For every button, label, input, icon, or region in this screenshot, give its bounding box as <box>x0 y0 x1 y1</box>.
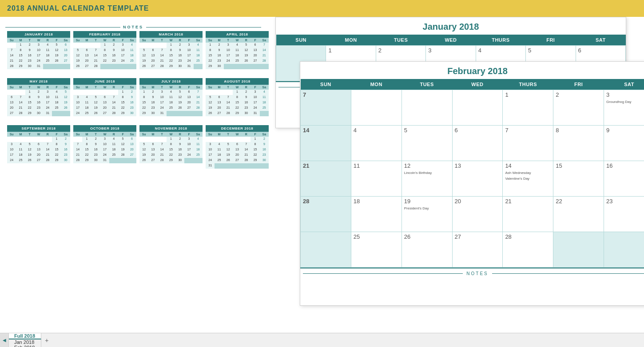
tab-full-2018[interactable]: Full 2018 <box>9 333 41 339</box>
day-cell: 28 <box>194 106 203 111</box>
day-cell: 25 <box>194 59 203 64</box>
day-header-R: R <box>43 85 52 90</box>
day-header-Sa: Sa <box>127 132 136 137</box>
day-header-W: W <box>100 38 109 43</box>
day-cell: 29 <box>52 158 61 163</box>
day-cell: 23 <box>175 59 184 64</box>
day-header-F: F <box>184 38 193 43</box>
day-cell: 15 <box>206 53 215 59</box>
tab-feb-2018[interactable]: Feb 2018 <box>9 345 41 347</box>
day-cell: 20 <box>184 100 193 106</box>
mini-cal-header-3: MARCH 2018 <box>139 31 203 38</box>
day-cell: 9 <box>215 48 223 53</box>
day-cell: 27 <box>100 111 109 116</box>
mini-calendar-2: FEBRUARY 2018SuMTWRFSa123456789101112131… <box>73 31 136 69</box>
day-cell: 18 <box>52 100 61 106</box>
day-cell: 26 <box>52 59 61 64</box>
day-cell: 26 <box>61 106 70 111</box>
mini-cal-days-6: SuMTWRFSa1234567891011121314151617181920… <box>73 85 136 116</box>
day-header-W: W <box>167 38 175 43</box>
day-cell: 20 <box>34 153 43 158</box>
day-cell: 1 <box>233 90 242 95</box>
day-cell: 5 <box>73 48 82 53</box>
day-cell <box>148 137 157 142</box>
mini-cal-days-9: SuMTWRFSa1234567891011121314151617181920… <box>7 132 70 163</box>
day-cell: 13 <box>250 48 259 53</box>
mini-calendar-1: JANUARY 2018SuMTWRFSa1234567891011121314… <box>7 31 70 69</box>
day-header-F: F <box>184 132 193 137</box>
day-cell: 13 <box>61 48 70 53</box>
day-cell: 7 <box>7 48 16 53</box>
jan-header-row: SUN MON TUES WED THURS FRI SAT <box>276 35 626 46</box>
mini-cal-header-6: JUNE 2018 <box>73 78 136 85</box>
day-cell: 8 <box>82 142 91 147</box>
day-cell: 17 <box>224 53 233 59</box>
day-cell: 16 <box>175 53 184 59</box>
day-header-M: M <box>82 132 91 137</box>
day-cell: 11 <box>16 147 25 153</box>
day-header-M: M <box>148 132 157 137</box>
day-header-M: M <box>16 132 25 137</box>
day-cell: 31 <box>206 163 215 169</box>
tab-jan-2018[interactable]: Jan 2018 <box>9 339 41 345</box>
day-cell: 17 <box>7 153 16 158</box>
day-cell: 6 <box>215 95 223 100</box>
day-header-W: W <box>167 132 175 137</box>
day-cell: 21 <box>73 153 82 158</box>
day-cell: 13 <box>82 53 91 59</box>
day-cell: 18 <box>194 147 203 153</box>
day-cell: 3 <box>73 95 82 100</box>
day-cell: 10 <box>100 142 109 147</box>
day-cell: 20 <box>7 106 16 111</box>
day-cell: 5 <box>224 142 233 147</box>
feb-cell: 26 <box>402 232 452 268</box>
day-cell: 18 <box>194 53 203 59</box>
day-cell: 19 <box>118 147 127 153</box>
day-cell: 14 <box>109 100 118 106</box>
day-header-F: F <box>118 85 127 90</box>
day-cell: 16 <box>61 147 70 153</box>
feb-row-1: 7 1 2 3Groundhog Day <box>301 90 644 126</box>
day-cell: 3 <box>100 137 109 142</box>
day-cell: 27 <box>233 158 242 163</box>
day-cell: 15 <box>139 100 148 106</box>
feb-cell: 12Lincoln's Birthday <box>402 161 452 197</box>
day-header-Sa: Sa <box>194 38 203 43</box>
day-cell: 22 <box>167 153 175 158</box>
day-header-Su: Su <box>206 85 215 90</box>
day-cell: 15 <box>167 53 175 59</box>
day-cell: 3 <box>184 137 193 142</box>
day-cell: 17 <box>184 147 193 153</box>
page-title: 2018 ANNUAL CALENDAR TEMPLATE <box>7 4 149 12</box>
day-cell: 30 <box>127 111 136 116</box>
tab-scroll-left[interactable]: ◀ <box>0 333 9 347</box>
day-cell: 12 <box>139 147 148 153</box>
day-cell: 23 <box>34 106 43 111</box>
day-cell: 25 <box>16 158 25 163</box>
feb-cell <box>604 232 644 268</box>
day-cell: 8 <box>167 48 175 53</box>
day-cell: 20 <box>127 147 136 153</box>
day-cell: 8 <box>206 48 215 53</box>
day-cell: 10 <box>34 48 43 53</box>
day-cell: 13 <box>7 100 16 106</box>
day-cell: 7 <box>16 95 25 100</box>
day-cell: 4 <box>109 137 118 142</box>
day-header-Su: Su <box>206 132 215 137</box>
day-cell: 28 <box>91 64 100 69</box>
day-cell: 12 <box>175 95 184 100</box>
day-header-R: R <box>242 38 250 43</box>
tab-add-button[interactable]: + <box>41 333 52 347</box>
day-cell: 15 <box>16 53 25 59</box>
day-cell: 19 <box>91 106 100 111</box>
day-cell: 29 <box>167 158 175 163</box>
day-cell: 17 <box>250 100 259 106</box>
day-cell: 30 <box>175 64 184 69</box>
day-cell: 15 <box>233 100 242 106</box>
day-cell <box>16 137 25 142</box>
mini-calendar-12: DECEMBER 2018SuMTWRFSa123456789101112131… <box>206 125 269 169</box>
title-bar: 2018 ANNUAL CALENDAR TEMPLATE <box>0 0 644 17</box>
day-cell: 25 <box>215 158 223 163</box>
day-cell: 13 <box>100 100 109 106</box>
day-cell: 1 <box>250 137 259 142</box>
